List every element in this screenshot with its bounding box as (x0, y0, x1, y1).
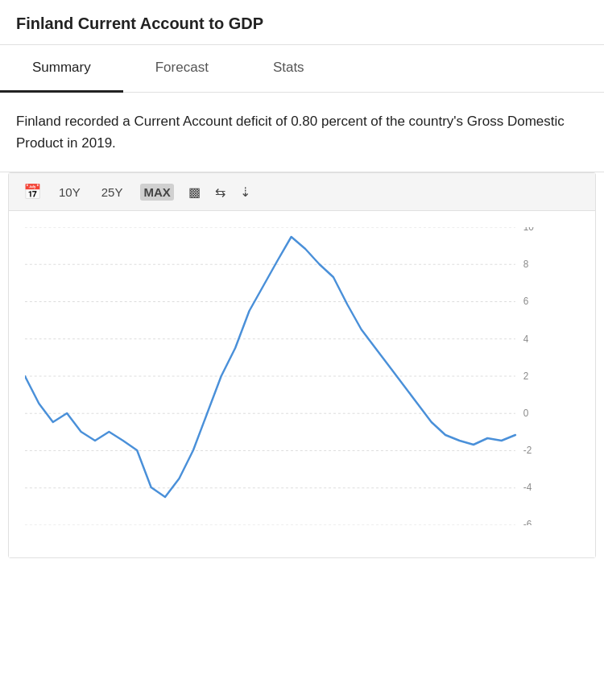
download-icon[interactable]: ⇣ (240, 184, 250, 200)
tab-summary[interactable]: Summary (0, 45, 123, 93)
svg-text:-6: -6 (523, 519, 532, 525)
svg-text:2: 2 (523, 371, 529, 382)
btn-max[interactable]: MAX (140, 184, 173, 201)
tabs-container: Summary Forecast Stats (0, 45, 604, 93)
btn-10y[interactable]: 10Y (56, 184, 84, 201)
svg-text:-2: -2 (523, 445, 532, 456)
chart-area: 10 8 6 4 2 0 -2 -4 -6 1984 1992 2000 200… (9, 211, 595, 557)
chart-toolbar: 📅 10Y 25Y MAX ▩ ⇆ ⇣ (9, 173, 595, 211)
shuffle-icon[interactable]: ⇆ (215, 184, 225, 200)
svg-text:-4: -4 (523, 482, 532, 493)
tab-forecast[interactable]: Forecast (123, 45, 241, 93)
tab-stats[interactable]: Stats (241, 45, 337, 93)
svg-text:4: 4 (523, 333, 529, 345)
calendar-icon[interactable]: 📅 (23, 183, 41, 201)
page-title: Finland Current Account to GDP (0, 0, 604, 45)
svg-text:10: 10 (523, 227, 534, 233)
svg-text:6: 6 (523, 296, 529, 307)
bar-chart-icon[interactable]: ▩ (188, 184, 201, 200)
chart-container: 📅 10Y 25Y MAX ▩ ⇆ ⇣ 10 8 6 4 (8, 172, 596, 558)
svg-text:8: 8 (523, 259, 529, 270)
description-text: Finland recorded a Current Account defic… (0, 93, 604, 172)
svg-text:0: 0 (523, 408, 529, 419)
chart-svg: 10 8 6 4 2 0 -2 -4 -6 1984 1992 2000 200… (25, 227, 555, 525)
btn-25y[interactable]: 25Y (98, 184, 126, 201)
